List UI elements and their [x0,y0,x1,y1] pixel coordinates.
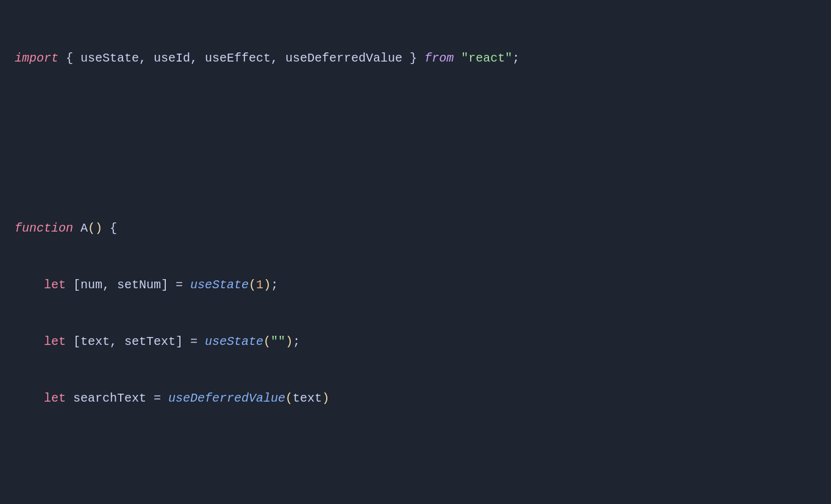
line-1: import { useState, useId, useEffect, use… [15,49,816,68]
code-editor: import { useState, useId, useEffect, use… [15,11,816,504]
line-5: let [num, setNum] = useState(1); [15,275,816,294]
line-8 [15,445,816,464]
line-7: let searchText = useDeferredValue(text) [15,389,816,408]
line-6: let [text, setText] = useState(""); [15,332,816,351]
line-3 [15,162,816,181]
line-4: function A() { [15,219,816,238]
line-2 [15,105,816,124]
